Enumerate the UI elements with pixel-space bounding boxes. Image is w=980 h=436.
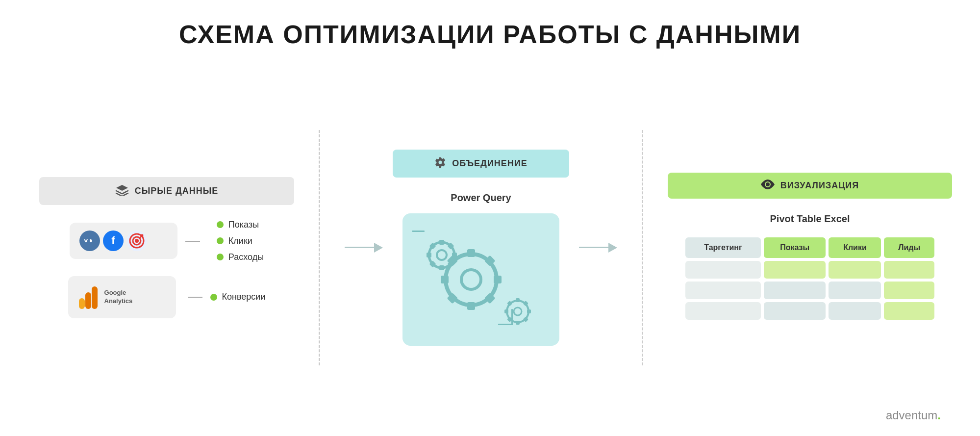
ga-text: Google Analytics — [104, 289, 133, 306]
ga-source-row: Google Analytics Конверсии — [68, 276, 266, 318]
svg-rect-15 — [467, 302, 475, 310]
target-icon — [126, 231, 147, 251]
brand-text: adventum — [886, 409, 937, 422]
svg-rect-14 — [467, 249, 475, 257]
clicks-label: Клики — [228, 236, 252, 246]
left-divider-area — [299, 130, 388, 365]
diagram-row: СЫРЫЕ ДАННЫЕ — [39, 74, 941, 421]
bullet-clicks: Клики — [217, 236, 264, 246]
power-query-subtitle: Power Query — [451, 192, 511, 204]
cell-3-1 — [685, 302, 761, 320]
page-title: СХЕМА ОПТИМИЗАЦИИ РАБОТЫ С ДАННЫМИ — [179, 20, 801, 49]
conversions-label: Конверсии — [222, 292, 266, 302]
cell-1-4 — [884, 261, 934, 279]
bullet-impressions: Показы — [217, 220, 264, 230]
svg-rect-35 — [516, 321, 520, 325]
svg-rect-7 — [92, 286, 98, 309]
svg-point-3 — [135, 239, 139, 243]
social-bullets: Показы Клики Расходы — [217, 220, 264, 262]
middle-column: ОБЪЕДИНЕНИЕ Power Query — [393, 150, 569, 346]
dashed-line-2 — [642, 130, 643, 365]
svg-rect-10 — [498, 324, 513, 325]
social-logos: f — [79, 231, 147, 251]
merge-label: ОБЪЕДИНЕНИЕ — [452, 158, 528, 169]
ga-source-box: Google Analytics — [68, 276, 176, 318]
svg-rect-6 — [85, 292, 91, 309]
table-row-1 — [685, 261, 934, 279]
ga-bullets: Конверсии — [210, 292, 266, 302]
ga-connector-line — [188, 297, 202, 298]
viz-header: ВИЗУАЛИЗАЦИЯ — [668, 173, 952, 199]
brand-dot: . — [937, 409, 941, 422]
arrow-line-2 — [579, 247, 608, 248]
table-row-2 — [685, 282, 934, 299]
dashed-line-1 — [319, 130, 320, 365]
arrow-head-2 — [608, 243, 617, 253]
cell-3-4 — [884, 302, 934, 320]
eye-icon — [761, 180, 775, 192]
costs-label: Расходы — [228, 252, 264, 262]
col-impressions: Показы — [764, 237, 826, 258]
arrow-to-middle — [345, 243, 383, 253]
arrow-to-right — [579, 243, 617, 253]
raw-data-header: СЫРЫЕ ДАННЫЕ — [39, 177, 294, 205]
svg-rect-37 — [527, 309, 531, 313]
svg-point-23 — [437, 250, 447, 260]
svg-rect-26 — [427, 253, 431, 257]
merge-header: ОБЪЕДИНЕНИЕ — [393, 150, 569, 178]
svg-rect-8 — [412, 231, 425, 232]
svg-rect-27 — [452, 253, 457, 257]
svg-rect-5 — [79, 298, 85, 309]
cell-1-1 — [685, 261, 761, 279]
right-divider-area — [574, 130, 663, 365]
arrow-head-1 — [374, 243, 383, 253]
cell-3-2 — [764, 302, 826, 320]
svg-point-33 — [514, 308, 522, 315]
facebook-icon: f — [103, 231, 124, 251]
cell-2-2 — [764, 282, 826, 299]
cell-2-4 — [884, 282, 934, 299]
svg-point-13 — [461, 270, 481, 289]
impressions-label: Показы — [228, 220, 259, 230]
green-dot-3 — [217, 254, 224, 260]
google-analytics-icon — [78, 284, 99, 310]
raw-data-label: СЫРЫЕ ДАННЫЕ — [135, 186, 219, 196]
brand-tag: adventum. — [886, 409, 941, 422]
pivot-table-subtitle: Pivot Table Excel — [770, 213, 850, 225]
vk-icon — [79, 231, 100, 251]
green-dot-2 — [217, 237, 224, 244]
gears-svg — [412, 221, 550, 338]
table-row-3 — [685, 302, 934, 320]
svg-rect-34 — [516, 298, 520, 302]
cell-1-2 — [764, 261, 826, 279]
pivot-table: Таргетинг Показы Клики Лиды — [682, 234, 937, 323]
data-sources: f — [39, 220, 294, 318]
bullet-costs: Расходы — [217, 252, 264, 262]
cell-1-3 — [829, 261, 881, 279]
green-dot — [217, 221, 224, 228]
cell-2-1 — [685, 282, 761, 299]
left-column: СЫРЫЕ ДАННЫЕ — [39, 177, 294, 318]
col-targeting: Таргетинг — [685, 237, 761, 258]
gear-header-icon — [434, 156, 446, 171]
svg-rect-17 — [494, 276, 502, 283]
arrow-line-1 — [345, 247, 374, 248]
cell-2-3 — [829, 282, 881, 299]
bullets-connector-1 — [189, 236, 204, 245]
viz-label: ВИЗУАЛИЗАЦИЯ — [780, 180, 859, 191]
svg-rect-11 — [511, 309, 513, 325]
layers-icon — [115, 184, 129, 198]
right-column: ВИЗУАЛИЗАЦИЯ Pivot Table Excel Таргетинг… — [668, 173, 952, 323]
svg-rect-24 — [439, 240, 444, 245]
social-source-box: f — [70, 223, 177, 259]
gear-illustration-box — [402, 213, 559, 346]
social-source-row: f — [70, 220, 264, 262]
bullet-conversions: Конверсии — [210, 292, 266, 302]
cell-3-3 — [829, 302, 881, 320]
svg-rect-16 — [441, 276, 449, 283]
col-clicks: Клики — [829, 237, 881, 258]
col-leads: Лиды — [884, 237, 934, 258]
green-dot-4 — [210, 294, 217, 301]
svg-rect-36 — [504, 309, 508, 313]
svg-rect-25 — [439, 265, 444, 270]
